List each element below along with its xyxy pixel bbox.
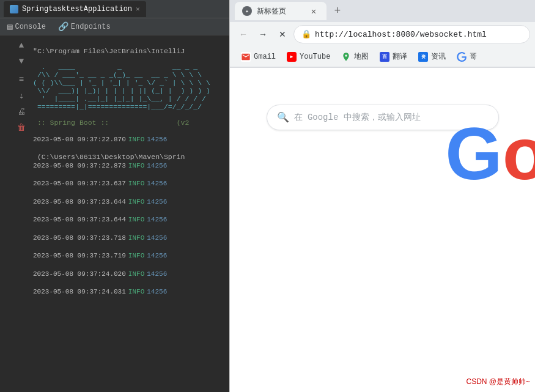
ide-toolbar: ▤ Console 🔗 Endpoints bbox=[0, 18, 229, 35]
new-tab-btn[interactable]: + bbox=[329, 2, 346, 20]
ide-tab-springtasktest[interactable]: SpringtasktestApplication ✕ bbox=[4, 1, 146, 17]
youtube-favicon: ▶ bbox=[287, 52, 297, 62]
scroll-down-btn[interactable]: ▼ bbox=[15, 55, 28, 67]
ide-content: ▲ ▼ ≡ ⇣ 🖨 🗑 "C:\Program Files\JetBrains\… bbox=[0, 35, 229, 392]
console-label: Console bbox=[15, 23, 45, 31]
google-extra-favicon bbox=[457, 52, 467, 62]
csdn-watermark: CSDN @是黄帅帅~ bbox=[466, 377, 530, 387]
bookmark-gmail[interactable]: Gmail bbox=[236, 50, 281, 64]
ide-panel: SpringtasktestApplication ✕ ▤ Console 🔗 … bbox=[0, 0, 229, 392]
close-nav-btn[interactable]: ✕ bbox=[274, 26, 291, 43]
browser-panel: ✦ 新标签页 ✕ + ← → ✕ 🔒 http://localhost:8080… bbox=[229, 0, 535, 392]
browser-content: Go 🔍 在 Google 中搜索，或输入网址 CSDN @是黄帅帅~ bbox=[230, 68, 535, 392]
scroll-lock-btn[interactable]: ⇣ bbox=[15, 89, 28, 102]
console-btn[interactable]: ▤ Console bbox=[4, 20, 50, 33]
console-icon: ▤ bbox=[7, 21, 12, 32]
browser-chrome: ✦ 新标签页 ✕ + ← → ✕ 🔒 http://localhost:8080… bbox=[230, 0, 535, 68]
back-btn[interactable]: ← bbox=[235, 26, 252, 43]
google-logo-partial: Go bbox=[445, 117, 535, 190]
clear-btn[interactable]: 🗑 bbox=[15, 122, 28, 134]
ide-tab-label: SpringtasktestApplication bbox=[22, 5, 132, 13]
baidu-favicon: 百 bbox=[380, 52, 389, 62]
search-placeholder: 在 Google 中搜索，或输入网址 bbox=[294, 112, 421, 123]
bookmark-baidu-translate[interactable]: 百 翻译 bbox=[375, 49, 412, 64]
bookmarks-bar: Gmail ▶ YouTube 地图 百 翻译 bbox=[230, 46, 535, 67]
endpoints-btn[interactable]: 🔗 Endpoints bbox=[54, 20, 114, 33]
browser-tab-close-btn[interactable]: ✕ bbox=[308, 6, 319, 17]
scroll-up-btn[interactable]: ▲ bbox=[15, 39, 28, 51]
gmail-favicon bbox=[241, 52, 251, 62]
google-o: o bbox=[503, 113, 535, 194]
endpoints-icon: 🔗 bbox=[58, 21, 68, 32]
print-btn[interactable]: 🖨 bbox=[15, 106, 28, 118]
browser-nav-bar: ← → ✕ 🔒 http://localhost:8080/websocket.… bbox=[230, 22, 535, 46]
bookmark-google-extra[interactable]: 哥 bbox=[452, 49, 482, 64]
tab-favicon: ✦ bbox=[242, 6, 252, 16]
csdn-watermark-text: CSDN @是黄帅帅~ bbox=[466, 377, 530, 386]
google-extra-label: 哥 bbox=[470, 51, 477, 62]
google-g: G bbox=[445, 113, 502, 194]
bookmark-maps[interactable]: 地图 bbox=[336, 49, 374, 64]
maps-favicon bbox=[341, 52, 351, 62]
search-icon: 🔍 bbox=[277, 111, 289, 124]
news-label: 资讯 bbox=[431, 51, 446, 62]
ide-tab-bar: SpringtasktestApplication ✕ bbox=[0, 0, 229, 18]
translate-label: 翻译 bbox=[393, 51, 407, 62]
address-text: http://localhost:8080/websocket.html bbox=[315, 30, 522, 39]
endpoints-label: Endpoints bbox=[71, 23, 111, 31]
bookmark-news[interactable]: 资 资讯 bbox=[413, 49, 451, 64]
news-favicon: 资 bbox=[418, 52, 428, 62]
ide-console: "C:\Program Files\JetBrains\IntelliJ . _… bbox=[28, 35, 215, 392]
wrap-btn[interactable]: ≡ bbox=[15, 73, 28, 86]
gmail-label: Gmail bbox=[254, 53, 276, 61]
lock-icon: 🔒 bbox=[301, 29, 311, 39]
youtube-label: YouTube bbox=[300, 53, 330, 61]
browser-tab-bar: ✦ 新标签页 ✕ + bbox=[230, 0, 535, 22]
forward-btn[interactable]: → bbox=[254, 26, 271, 43]
spring-icon bbox=[10, 5, 18, 13]
ide-tab-close-btn[interactable]: ✕ bbox=[136, 5, 140, 13]
bookmark-youtube[interactable]: ▶ YouTube bbox=[282, 50, 335, 64]
address-bar[interactable]: 🔒 http://localhost:8080/websocket.html bbox=[293, 25, 530, 43]
path-line: "C:\Program Files\JetBrains\IntelliJ bbox=[33, 47, 185, 55]
maps-label: 地图 bbox=[354, 51, 369, 62]
browser-tab-title: 新标签页 bbox=[257, 6, 303, 17]
browser-tab-newtab[interactable]: ✦ 新标签页 ✕ bbox=[235, 2, 327, 20]
